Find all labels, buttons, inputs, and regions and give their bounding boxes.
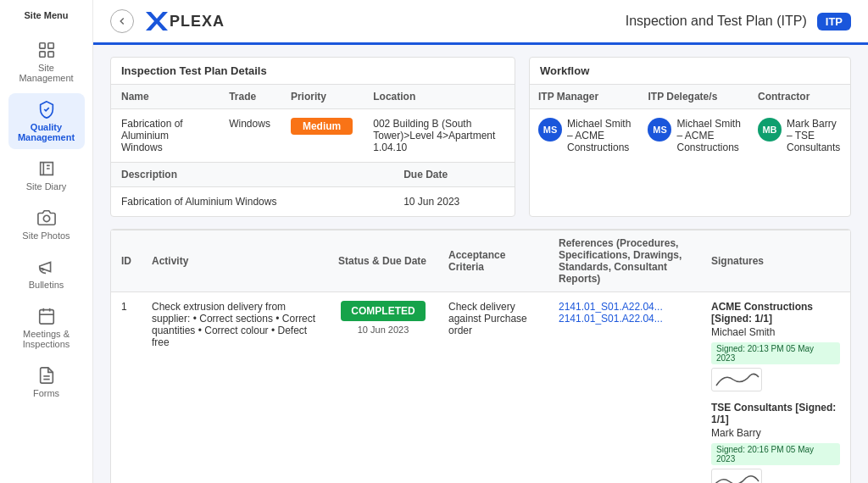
itp-details-card: Inspection Test Plan Details Name Trade … xyxy=(110,57,515,217)
sidebar-label-site-management: Site Management xyxy=(19,63,73,83)
camera-icon xyxy=(37,208,56,227)
workflow-card: Workflow ITP Manager ITP Delegate/s Cont… xyxy=(529,57,851,217)
itp-details-title: Inspection Test Plan Details xyxy=(111,58,515,84)
svg-rect-5 xyxy=(39,310,53,325)
sidebar-item-site-diary[interactable]: Site Diary xyxy=(8,153,85,198)
workflow-table: ITP Manager ITP Delegate/s Contractor MS… xyxy=(530,84,850,162)
desc-value: Fabrication of Aluminium Windows xyxy=(111,187,393,217)
row-name: Fabrication of Aluminium Windows xyxy=(111,109,219,163)
sig-block-1a: ACME Constructions [Signed: 1/1] Michael… xyxy=(711,301,840,393)
act-col-refs: References (Procedures, Specifications, … xyxy=(548,230,701,292)
svg-rect-1 xyxy=(47,43,53,48)
top-section: Inspection Test Plan Details Name Trade … xyxy=(110,57,851,217)
person-cell-manager: MS Michael Smith – ACME Constructions xyxy=(538,118,631,153)
person-cell-delegate: MS Michael Smith – ACME Constructions xyxy=(648,118,740,153)
act-due-1: 10 Jun 2023 xyxy=(338,325,428,335)
itp-badge: ITP xyxy=(817,13,851,31)
due-date-value: 10 Jun 2023 xyxy=(393,187,515,217)
delegate-name: Michael Smith – ACME Constructions xyxy=(676,118,740,153)
act-status-1: COMPLETED 10 Jun 2023 xyxy=(328,292,438,484)
act-col-id: ID xyxy=(111,230,142,292)
sig-name-1b: Mark Barry xyxy=(711,427,840,439)
col-due-date: Due Date xyxy=(393,163,515,187)
person-cell-contractor: MB Mark Barry – TSE Consultants xyxy=(758,118,842,153)
act-criteria-1: Check delivery against Purchase order xyxy=(438,292,548,484)
sidebar-item-bulletins[interactable]: Bulletins xyxy=(8,251,85,297)
back-button[interactable] xyxy=(110,9,134,33)
logo: PLEXA xyxy=(142,8,225,34)
x-logo-icon xyxy=(142,8,168,34)
col-location: Location xyxy=(363,85,515,109)
workflow-delegate: MS Michael Smith – ACME Constructions xyxy=(639,109,748,163)
act-col-status: Status & Due Date xyxy=(328,230,438,292)
activity-row-1: 1 Check extrusion delivery from supplier… xyxy=(111,292,850,484)
act-activity-1: Check extrusion delivery from supplier: … xyxy=(142,292,328,484)
sidebar-label-site-photos: Site Photos xyxy=(22,230,70,241)
workflow-manager: MS Michael Smith – ACME Constructions xyxy=(530,109,639,163)
row-trade: Windows xyxy=(219,109,281,163)
completed-badge-1: COMPLETED xyxy=(341,301,426,321)
sidebar: Site Menu Site Management Quality Manage… xyxy=(0,0,93,483)
act-col-criteria: Acceptance Criteria xyxy=(438,230,548,292)
act-sigs-1: ACME Constructions [Signed: 1/1] Michael… xyxy=(701,292,850,484)
priority-badge: Medium xyxy=(291,118,353,135)
sidebar-item-meetings[interactable]: Meetings & Inspections xyxy=(8,300,85,356)
check-shield-icon xyxy=(37,100,56,119)
content-area: Inspection Test Plan Details Name Trade … xyxy=(93,45,868,483)
sidebar-label-forms: Forms xyxy=(33,388,59,398)
main-content: PLEXA Inspection and Test Plan (ITP) ITP… xyxy=(93,0,868,483)
sig-image-1a xyxy=(711,368,762,391)
act-col-activity: Activity xyxy=(142,230,328,292)
sig-block-1b: TSE Consultants [Signed: 1/1] Mark Barry… xyxy=(711,402,840,483)
header-title: Inspection and Test Plan (ITP) xyxy=(626,14,807,29)
signed-box-1b: Signed: 20:16 PM 05 May 2023 xyxy=(711,443,840,465)
col-priority: Priority xyxy=(281,85,363,109)
table-row: Fabrication of Aluminium Windows Windows… xyxy=(111,109,515,163)
col-name: Name xyxy=(111,85,219,109)
sidebar-title: Site Menu xyxy=(25,10,69,20)
grid-icon xyxy=(37,41,56,59)
sidebar-item-site-photos[interactable]: Site Photos xyxy=(8,202,85,247)
svg-marker-11 xyxy=(146,12,168,31)
contractor-name: Mark Barry – TSE Consultants xyxy=(787,118,842,153)
activities-card: ID Activity Status & Due Date Acceptance… xyxy=(110,229,851,483)
sig-company-1b: TSE Consultants [Signed: 1/1] xyxy=(711,402,840,425)
desc-row: Fabrication of Aluminium Windows 10 Jun … xyxy=(111,187,515,217)
col-description: Description xyxy=(111,163,393,187)
workflow-col-manager: ITP Manager xyxy=(530,85,639,109)
act-refs-1: 2141.01_S01.A22.04... 2141.01_S01.A22.04… xyxy=(548,292,701,484)
sidebar-label-meetings: Meetings & Inspections xyxy=(23,329,70,349)
act-col-signatures: Signatures xyxy=(701,230,850,292)
ref-link-1a[interactable]: 2141.01_S01.A22.04... xyxy=(559,301,663,313)
svg-point-4 xyxy=(43,215,49,221)
svg-rect-0 xyxy=(39,43,44,48)
details-table: Name Trade Priority Location Fabrication… xyxy=(111,84,515,162)
workflow-col-delegate: ITP Delegate/s xyxy=(639,85,748,109)
ref-link-1b[interactable]: 2141.01_S01.A22.04... xyxy=(559,313,663,325)
document-icon xyxy=(37,366,56,385)
workflow-col-contractor: Contractor xyxy=(749,85,850,109)
sidebar-item-quality-management[interactable]: Quality Management xyxy=(8,93,85,149)
workflow-contractor: MB Mark Barry – TSE Consultants xyxy=(749,109,850,163)
sidebar-item-site-management[interactable]: Site Management xyxy=(8,34,85,90)
calendar-icon xyxy=(37,307,56,325)
desc-table: Description Due Date Fabrication of Alum… xyxy=(111,162,515,216)
avatar-contractor: MB xyxy=(758,118,782,142)
manager-name: Michael Smith – ACME Constructions xyxy=(567,118,631,153)
logo-text: PLEXA xyxy=(170,13,225,31)
sig-company-1a: ACME Constructions [Signed: 1/1] xyxy=(711,301,840,325)
row-location: 002 Building B (South Tower)>Level 4>Apa… xyxy=(363,109,515,163)
activities-table: ID Activity Status & Due Date Acceptance… xyxy=(111,230,850,483)
megaphone-icon xyxy=(37,258,56,276)
workflow-title: Workflow xyxy=(530,58,850,84)
sig-image-1b xyxy=(711,469,762,483)
workflow-row: MS Michael Smith – ACME Constructions MS… xyxy=(530,109,850,163)
avatar-manager: MS xyxy=(538,118,562,142)
avatar-delegate: MS xyxy=(648,118,671,142)
sig-name-1a: Michael Smith xyxy=(711,326,840,338)
sidebar-label-quality-management: Quality Management xyxy=(14,122,80,142)
act-id-1: 1 xyxy=(111,292,142,484)
sidebar-label-site-diary: Site Diary xyxy=(26,181,67,192)
svg-rect-3 xyxy=(47,52,53,57)
sidebar-item-forms[interactable]: Forms xyxy=(8,359,85,405)
